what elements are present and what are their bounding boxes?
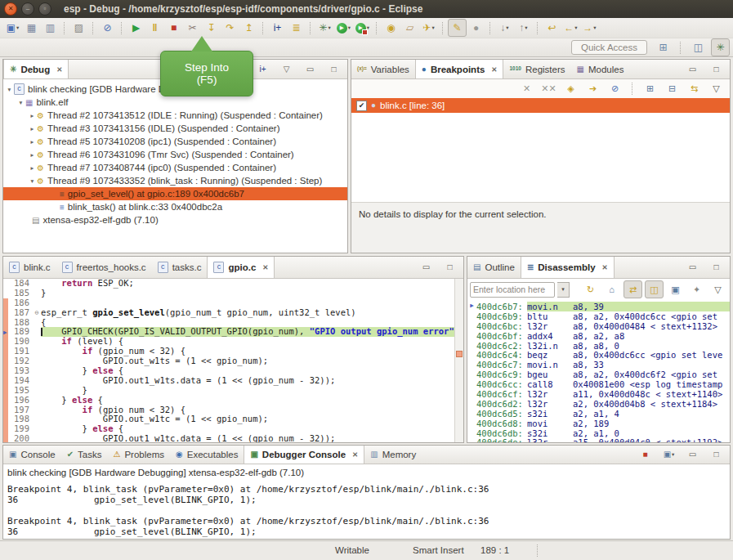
last-edit-location-button[interactable]: ↩ [543, 19, 561, 37]
show-source-button[interactable]: ◫ [645, 280, 664, 298]
minimize-button[interactable]: ▭ [417, 258, 436, 276]
debug-button[interactable]: ✳▾ [315, 19, 334, 37]
tab-debugger-console[interactable]: ▣Debugger Console✕ [244, 446, 364, 464]
disassembly-row[interactable]: 400dc6c9:bgeua8, a2, 0x400dc6f2 <gpio_se… [467, 370, 730, 379]
debug-tree-item[interactable]: ▸⚙Thread #2 1073413512 (IDLE : Running) … [3, 109, 347, 122]
close-tab-icon[interactable]: ✕ [56, 65, 62, 74]
terminate-button[interactable]: ■ [164, 19, 183, 37]
debug-tree-item[interactable]: ▾▦blink.elf [3, 96, 347, 109]
resume-button[interactable]: ▶ [127, 19, 145, 37]
save-button[interactable]: ▦ [22, 19, 41, 37]
disassembly-row[interactable]: 400dc6d2:l32ra2, 0x400d04b8 <_stext+1184… [467, 399, 730, 409]
debug-tree-item[interactable]: ▾⚙Thread #9 1073433352 (blink_task : Run… [3, 174, 347, 187]
tab-console[interactable]: ▣Console [3, 446, 61, 464]
tab-memory[interactable]: ▥Memory [364, 446, 422, 464]
tab-gpio-c[interactable]: cgpio.c✕ [207, 257, 275, 278]
code-line-197[interactable]: 197 if (gpio_num < 32) { [3, 405, 454, 415]
change-marker[interactable] [456, 351, 463, 357]
save-all-button[interactable]: ▥ [41, 19, 60, 37]
maximize-button[interactable]: □ [707, 446, 726, 464]
back-button[interactable]: ←▾ [561, 19, 580, 37]
minimize-button[interactable]: ▭ [683, 60, 702, 78]
view-menu-button[interactable]: ▽ [707, 80, 726, 98]
debug-tree-item[interactable]: ▤xtensa-esp32-elf-gdb (7.10) [3, 213, 347, 226]
open-type-button[interactable]: ◉ [382, 19, 400, 37]
disassembly-row[interactable]: 400dc6c2:l32i.na8, a8, 0 [467, 341, 730, 351]
view-menu-button[interactable]: ▽ [708, 280, 727, 298]
link-with-debug-button[interactable]: ⇆ [685, 80, 704, 98]
code-editor[interactable]: 184 return ESP_OK;185}186187⊖esp_err_t g… [3, 279, 454, 442]
disassembly-row[interactable]: 400dc6b9:bltua8, a2, 0x400dc6cc <gpio_se… [467, 311, 730, 321]
line-number[interactable]: 200 [8, 434, 33, 442]
skip-all-breakpoints-button[interactable]: ⊘ [606, 80, 624, 98]
disassembly-row[interactable]: 400dc6d5:s32ia2, a1, 4 [467, 409, 730, 419]
line-number[interactable]: 188 [8, 318, 33, 328]
disassembly-listing[interactable]: ▶400dc6b7:movi.na8, 39400dc6b9:bltua8, a… [467, 300, 730, 442]
tree-expander-icon[interactable]: ▸ [28, 164, 37, 172]
tab-variables[interactable]: (x)=Variables [351, 60, 415, 78]
line-number[interactable]: 193 [8, 366, 33, 376]
line-number[interactable]: 198 [8, 414, 33, 424]
debug-tree-item[interactable]: ▸⚙Thread #5 1073410208 (ipc1) (Suspended… [3, 135, 347, 148]
tree-expander-icon[interactable]: ▸ [28, 138, 37, 146]
display-selected-console-button[interactable]: ▣▾ [659, 446, 678, 464]
disassembly-row[interactable]: 400dc6c7:movi.na8, 33 [467, 360, 730, 370]
line-number[interactable]: 185 [8, 289, 33, 298]
go-to-file-button[interactable]: ➔ [583, 80, 602, 98]
debug-tree-item[interactable]: ▸⚙Thread #7 1073408744 (ipc0) (Suspended… [3, 161, 347, 174]
open-perspective-button[interactable]: ⊞ [654, 38, 673, 56]
instruction-stepping-mode-button[interactable]: i+ [253, 60, 272, 78]
forward-button[interactable]: →▾ [580, 19, 599, 37]
disassembly-row[interactable]: 400dc6cc:call80x40081e00 <esp_log_timest… [467, 379, 730, 389]
suspend-button[interactable]: ‖ [145, 19, 164, 37]
code-line-188[interactable]: 188{ [3, 318, 454, 328]
code-line-199[interactable]: 199 } else { [3, 424, 454, 434]
maximize-button[interactable]: □ [324, 60, 343, 78]
terminate-button[interactable]: ■ [636, 446, 655, 464]
close-tab-icon[interactable]: ✕ [352, 450, 358, 459]
tab-debug[interactable]: ✳Debug✕ [3, 60, 69, 78]
tab-tasks-c[interactable]: ctasks.c [152, 257, 208, 278]
annotation-button[interactable]: ● [467, 19, 485, 37]
line-number[interactable]: 199 [8, 424, 33, 434]
line-number[interactable]: 184 [8, 279, 33, 289]
debug-tree-item[interactable]: ▸⚙Thread #3 1073413156 (IDLE) (Suspended… [3, 122, 347, 135]
tab-modules[interactable]: ▦Modules [571, 60, 630, 78]
tab-registers[interactable]: 1010Registers [503, 60, 570, 78]
step-into-button[interactable]: ↧ [202, 19, 221, 37]
run-button[interactable]: ▶▾ [334, 19, 353, 37]
code-line-200[interactable]: 200 GPIO.out1_w1tc.data = (1 << (gpio_nu… [3, 434, 454, 442]
code-line-187[interactable]: 187⊖esp_err_t gpio_set_level(gpio_num_t … [3, 308, 454, 318]
code-line-195[interactable]: 195 } [3, 386, 454, 396]
window-minimize-button[interactable]: – [21, 2, 34, 16]
new-button[interactable]: ▣▾ [3, 19, 22, 37]
step-over-button[interactable]: ↷ [221, 19, 239, 37]
mark-occurrences-button[interactable]: ✎ [448, 19, 467, 37]
debug-tree-item[interactable]: ▸⚙Thread #6 1073431096 (Tmr Svc) (Suspen… [3, 148, 347, 161]
home-button[interactable]: ⌂ [602, 280, 621, 298]
maximize-button[interactable]: □ [707, 258, 726, 276]
close-tab-icon[interactable]: ✕ [491, 65, 497, 74]
search-button[interactable]: ✈▾ [419, 19, 438, 37]
debug-perspective-button[interactable]: ✳ [711, 38, 730, 56]
pin-view-button[interactable]: ✦ [687, 280, 706, 298]
code-line-189[interactable]: ▶189 GPIO_CHECK(GPIO_IS_VALID_OUTPUT_GPI… [3, 327, 454, 337]
minimize-button[interactable]: ▭ [301, 60, 320, 78]
remove-breakpoint-button[interactable]: ✕ [517, 80, 536, 98]
line-number[interactable]: 187 [8, 308, 33, 318]
tab-freertos-hooks-c[interactable]: cfreertos_hooks.c [56, 257, 152, 278]
disassembly-row[interactable]: 400dc6bc:l32ra8, 0x400d0484 <_stext+1132… [467, 321, 730, 331]
disassembly-row[interactable]: 400dc6cf:l32ra11, 0x400d048c <_stext+114… [467, 389, 730, 399]
remove-all-breakpoints-button[interactable]: ✕✕ [539, 80, 558, 98]
next-annotation-button[interactable]: ↓▾ [495, 19, 514, 37]
minimize-button[interactable]: ▭ [683, 258, 702, 276]
tab-disassembly[interactable]: ≣Disassembly✕ [521, 257, 615, 278]
show-supported-breakpoints-button[interactable]: ◈ [561, 80, 580, 98]
disassembly-row[interactable]: 400dc6bf:addx4a8, a2, a8 [467, 331, 730, 341]
overview-ruler[interactable] [454, 279, 463, 442]
line-number[interactable]: 196 [8, 396, 33, 405]
close-tab-icon[interactable]: ✕ [262, 263, 268, 271]
disassembly-row[interactable]: 400dc6de:l32ra15, 0x400d04c0 <_stext+119… [467, 437, 730, 442]
disassembly-row[interactable]: 400dc6db:s32ia2, a1, 0 [467, 428, 730, 438]
close-tab-icon[interactable]: ✕ [602, 263, 608, 271]
